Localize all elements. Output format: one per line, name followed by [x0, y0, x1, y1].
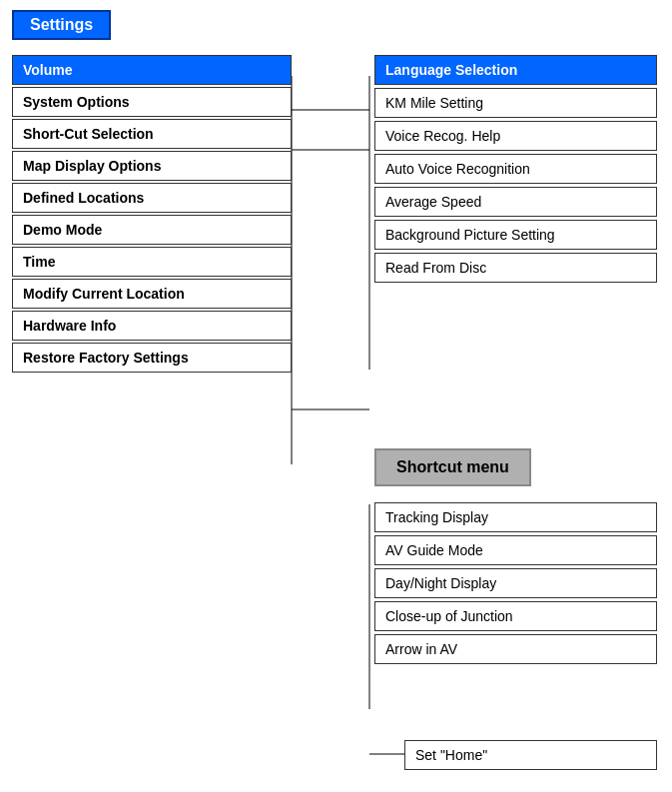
right-menu-item-av-guide-mode[interactable]: AV Guide Mode — [374, 535, 657, 565]
left-menu-item-shortcut-selection[interactable]: Short-Cut Selection — [12, 119, 292, 149]
left-menu-item-volume[interactable]: Volume — [12, 55, 292, 85]
left-menu-item-defined-locations[interactable]: Defined Locations — [12, 183, 292, 213]
shortcut-menu-section: Shortcut menu — [374, 432, 531, 502]
settings-title: Settings — [12, 10, 111, 40]
right-top-panel: Language Selection KM Mile Setting Voice… — [374, 55, 657, 286]
right-menu-item-background-picture-setting[interactable]: Background Picture Setting — [374, 220, 657, 250]
set-home-section: Set "Home" — [404, 740, 657, 773]
left-menu-item-system-options[interactable]: System Options — [12, 87, 292, 117]
right-menu-item-km-mile-setting[interactable]: KM Mile Setting — [374, 88, 657, 118]
right-menu-item-language-selection[interactable]: Language Selection — [374, 55, 657, 85]
left-menu-item-modify-current-location[interactable]: Modify Current Location — [12, 279, 292, 309]
left-menu-item-time[interactable]: Time — [12, 247, 292, 277]
right-menu-item-arrow-in-av[interactable]: Arrow in AV — [374, 634, 657, 664]
left-menu-item-restore-factory-settings[interactable]: Restore Factory Settings — [12, 343, 292, 373]
left-menu-item-map-display-options[interactable]: Map Display Options — [12, 151, 292, 181]
right-menu-item-set-home[interactable]: Set "Home" — [404, 740, 657, 770]
right-menu-item-read-from-disc[interactable]: Read From Disc — [374, 253, 657, 283]
right-bottom-panel: Tracking Display AV Guide Mode Day/Night… — [374, 502, 657, 667]
left-menu-item-demo-mode[interactable]: Demo Mode — [12, 215, 292, 245]
left-menu: Volume System Options Short-Cut Selectio… — [12, 55, 292, 375]
shortcut-menu-label[interactable]: Shortcut menu — [374, 448, 531, 486]
right-menu-item-voice-recog-help[interactable]: Voice Recog. Help — [374, 121, 657, 151]
right-menu-item-auto-voice-recognition[interactable]: Auto Voice Recognition — [374, 154, 657, 184]
left-menu-item-hardware-info[interactable]: Hardware Info — [12, 311, 292, 341]
right-menu-item-tracking-display[interactable]: Tracking Display — [374, 502, 657, 532]
right-menu-item-day-night-display[interactable]: Day/Night Display — [374, 568, 657, 598]
right-menu-item-average-speed[interactable]: Average Speed — [374, 187, 657, 217]
right-menu-item-close-up-of-junction[interactable]: Close-up of Junction — [374, 601, 657, 631]
